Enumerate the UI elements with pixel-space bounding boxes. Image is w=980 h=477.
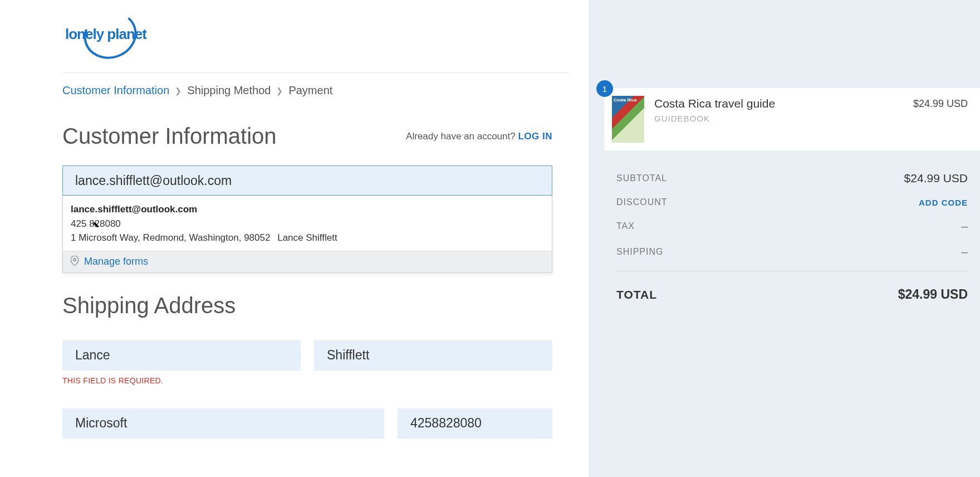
tax-value: – — [961, 220, 968, 233]
email-input[interactable]: lance.shifflett@outlook.com — [62, 166, 552, 196]
manage-forms-row[interactable]: Manage forms — [63, 251, 552, 272]
autofill-suggestion[interactable]: lance.shifflett@outlook.com 425 828080 ⬉… — [63, 196, 552, 251]
total-label: TOTAL — [616, 288, 657, 301]
total-value: $24.99 USD — [898, 287, 968, 302]
item-type: GUIDEBOOK — [654, 114, 903, 123]
login-link[interactable]: LOG IN — [518, 131, 552, 142]
first-name-input[interactable]: Lance — [62, 340, 301, 371]
item-name: Costa Rica travel guide — [654, 97, 903, 110]
main-checkout-column: lonely planet Customer Information ❯ Shi… — [0, 0, 589, 477]
location-pin-icon — [71, 256, 79, 268]
content-wrap: lonely planet Customer Information ❯ Shi… — [0, 0, 589, 439]
subtotal-label: SUBTOTAL — [616, 173, 667, 183]
phone-input[interactable]: 4258828080 — [398, 408, 552, 439]
brand-logo[interactable]: lonely planet — [62, 11, 589, 61]
last-name-input[interactable]: Shifflett — [314, 340, 552, 371]
shipping-row: SHIPPING – — [616, 245, 968, 259]
name-row: Lance THIS FIELD IS REQUIRED. Shifflett — [62, 340, 552, 385]
autofill-email: lance.shifflett@outlook.com — [71, 202, 544, 217]
breadcrumb-customer-info[interactable]: Customer Information — [62, 84, 169, 97]
subtotal-value: $24.99 USD — [904, 172, 968, 185]
tax-label: TAX — [616, 221, 635, 231]
breadcrumb-shipping-method[interactable]: Shipping Method — [187, 84, 271, 97]
subtotal-row: SUBTOTAL $24.99 USD — [616, 172, 968, 185]
breadcrumb-payment[interactable]: Payment — [288, 84, 332, 97]
company-phone-row: Microsoft 4258828080 — [62, 408, 552, 439]
checkout-breadcrumb: Customer Information ❯ Shipping Method ❯… — [62, 84, 589, 97]
add-code-link[interactable]: ADD CODE — [919, 198, 968, 207]
company-input[interactable]: Microsoft — [62, 408, 384, 439]
header-divider — [62, 72, 569, 73]
order-summary-column: 1 Costa Rica travel guide GUIDEBOOK $24.… — [589, 0, 980, 477]
total-row: TOTAL $24.99 USD — [616, 287, 968, 302]
summary-divider — [616, 271, 968, 271]
manage-forms-link[interactable]: Manage forms — [84, 256, 148, 267]
discount-label: DISCOUNT — [616, 197, 668, 207]
autofill-phone: 425 828080 ⬉ — [71, 217, 544, 231]
svg-text:lonely planet: lonely planet — [65, 26, 147, 42]
tax-row: TAX – — [616, 220, 968, 233]
item-price: $24.99 USD — [913, 96, 968, 110]
cart-item: 1 Costa Rica travel guide GUIDEBOOK $24.… — [604, 88, 980, 150]
login-prompt-text: Already have an account? — [406, 131, 516, 142]
login-prompt: Already have an account? LOG IN — [406, 131, 552, 142]
chevron-right-icon: ❯ — [175, 86, 182, 95]
email-input-value: lance.shifflett@outlook.com — [75, 173, 232, 188]
discount-row: DISCOUNT ADD CODE — [616, 197, 968, 207]
product-thumbnail — [612, 96, 644, 143]
first-name-error: THIS FIELD IS REQUIRED. — [62, 376, 301, 385]
item-info: Costa Rica travel guide GUIDEBOOK — [654, 96, 903, 123]
quantity-badge: 1 — [596, 80, 613, 97]
shipping-label: SHIPPING — [616, 247, 663, 257]
summary-block: SUBTOTAL $24.99 USD DISCOUNT ADD CODE TA… — [589, 150, 980, 302]
customer-info-header-row: Customer Information Already have an acc… — [62, 124, 552, 149]
shipping-address-title: Shipping Address — [62, 293, 589, 318]
shipping-value: – — [961, 245, 968, 259]
chevron-right-icon: ❯ — [276, 86, 283, 95]
customer-info-title: Customer Information — [62, 124, 277, 149]
autofill-address: 1 Microsoft Way, Redmond, Washington, 98… — [71, 231, 544, 245]
autofill-dropdown: lance.shifflett@outlook.com 425 828080 ⬉… — [62, 196, 552, 273]
